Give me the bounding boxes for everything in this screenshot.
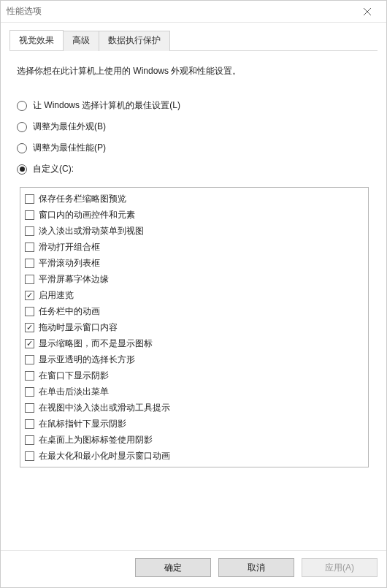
description-text: 选择你想在此计算机上使用的 Windows 外观和性能设置。 (17, 64, 370, 77)
performance-options-window: 性能选项 视觉效果 高级 数据执行保护 选择你想在此计算机上使用的 Window… (0, 0, 387, 588)
tab-advanced[interactable]: 高级 (63, 31, 99, 51)
option-label: 显示缩略图，而不是显示图标 (39, 337, 153, 350)
option-row[interactable]: 滑动打开组合框 (25, 239, 364, 255)
ok-button[interactable]: 确定 (135, 558, 211, 577)
option-label: 在鼠标指针下显示阴影 (39, 417, 126, 430)
option-row[interactable]: 在桌面上为图标标签使用阴影 (25, 432, 364, 448)
option-row[interactable]: 在窗口下显示阴影 (25, 367, 364, 383)
checkbox-icon (25, 210, 34, 220)
checkbox-icon (25, 194, 34, 204)
tab-visual-effects[interactable]: 视觉效果 (9, 30, 64, 50)
option-label: 平滑滚动列表框 (39, 256, 100, 270)
option-label: 保存任务栏缩略图预览 (39, 192, 126, 205)
option-row[interactable]: 在单击后淡出菜单 (25, 383, 364, 400)
checkbox-icon (25, 339, 34, 348)
option-label: 窗口内的动画控件和元素 (39, 208, 135, 221)
checkbox-icon (25, 387, 34, 397)
checkbox-icon (25, 307, 34, 316)
checkbox-icon (25, 291, 34, 300)
checkbox-icon (25, 435, 34, 445)
option-row[interactable]: 在视图中淡入淡出或滑动工具提示 (25, 400, 364, 416)
checkbox-icon (25, 243, 34, 252)
radio-let-windows-choose[interactable]: 让 Windows 选择计算机的最佳设置(L) (17, 99, 370, 112)
option-label: 在最大化和最小化时显示窗口动画 (39, 449, 170, 462)
close-icon (364, 8, 371, 15)
option-label: 显示亚透明的选择长方形 (39, 353, 135, 366)
radio-label: 让 Windows 选择计算机的最佳设置(L) (33, 99, 180, 112)
radio-icon (17, 164, 27, 175)
option-row[interactable]: 显示缩略图，而不是显示图标 (25, 335, 364, 351)
checkbox-icon (25, 275, 34, 284)
option-row[interactable]: 淡入淡出或滑动菜单到视图 (25, 223, 364, 239)
option-row[interactable]: 平滑屏幕字体边缘 (25, 271, 364, 287)
option-label: 滑动打开组合框 (39, 240, 100, 253)
option-row[interactable]: 在最大化和最小化时显示窗口动画 (25, 448, 364, 464)
close-button[interactable] (353, 1, 382, 22)
checkbox-icon (25, 355, 34, 364)
button-bar: 确定 取消 应用(A) (1, 550, 386, 587)
tab-row: 视觉效果 高级 数据执行保护 (9, 30, 378, 51)
checkbox-icon (25, 226, 34, 236)
option-row[interactable]: 在鼠标指针下显示阴影 (25, 416, 364, 432)
option-label: 在单击后淡出菜单 (39, 385, 109, 398)
checkbox-icon (25, 259, 34, 268)
checkbox-icon (25, 323, 34, 332)
radio-label: 调整为最佳性能(P) (33, 142, 106, 154)
radio-group: 让 Windows 选择计算机的最佳设置(L) 调整为最佳外观(B) 调整为最佳… (17, 99, 370, 175)
radio-icon (17, 143, 27, 153)
options-checklist: 保存任务栏缩略图预览窗口内的动画控件和元素淡入淡出或滑动菜单到视图滑动打开组合框… (20, 187, 369, 467)
option-row[interactable]: 窗口内的动画控件和元素 (25, 207, 364, 223)
option-label: 在视图中淡入淡出或滑动工具提示 (39, 401, 170, 414)
option-label: 平滑屏幕字体边缘 (39, 272, 109, 286)
radio-best-performance[interactable]: 调整为最佳性能(P) (17, 142, 370, 154)
radio-label: 调整为最佳外观(B) (33, 121, 106, 133)
option-row[interactable]: 任务栏中的动画 (25, 303, 364, 319)
titlebar: 性能选项 (1, 1, 386, 23)
option-row[interactable]: 拖动时显示窗口内容 (25, 319, 364, 335)
option-label: 在窗口下显示阴影 (39, 369, 109, 382)
tab-content: 选择你想在此计算机上使用的 Windows 外观和性能设置。 让 Windows… (1, 51, 386, 550)
cancel-button[interactable]: 取消 (218, 558, 294, 577)
radio-icon (17, 101, 27, 111)
checkbox-icon (25, 451, 34, 461)
checkbox-icon (25, 419, 34, 429)
option-row[interactable]: 显示亚透明的选择长方形 (25, 351, 364, 367)
checkbox-icon (25, 403, 34, 413)
apply-button[interactable]: 应用(A) (302, 558, 378, 577)
option-row[interactable]: 启用速览 (25, 287, 364, 303)
option-row[interactable]: 保存任务栏缩略图预览 (25, 191, 364, 207)
option-label: 在桌面上为图标标签使用阴影 (39, 433, 153, 446)
radio-label: 自定义(C): (33, 163, 74, 175)
option-label: 任务栏中的动画 (39, 305, 100, 318)
tab-dep[interactable]: 数据执行保护 (99, 31, 170, 51)
option-label: 淡入淡出或滑动菜单到视图 (39, 224, 144, 237)
window-title: 性能选项 (7, 5, 353, 18)
option-label: 拖动时显示窗口内容 (39, 321, 118, 334)
option-row[interactable]: 平滑滚动列表框 (25, 255, 364, 271)
option-label: 启用速览 (39, 289, 74, 302)
radio-best-appearance[interactable]: 调整为最佳外观(B) (17, 121, 370, 133)
radio-custom[interactable]: 自定义(C): (17, 163, 370, 175)
checkbox-icon (25, 371, 34, 381)
radio-icon (17, 122, 27, 132)
